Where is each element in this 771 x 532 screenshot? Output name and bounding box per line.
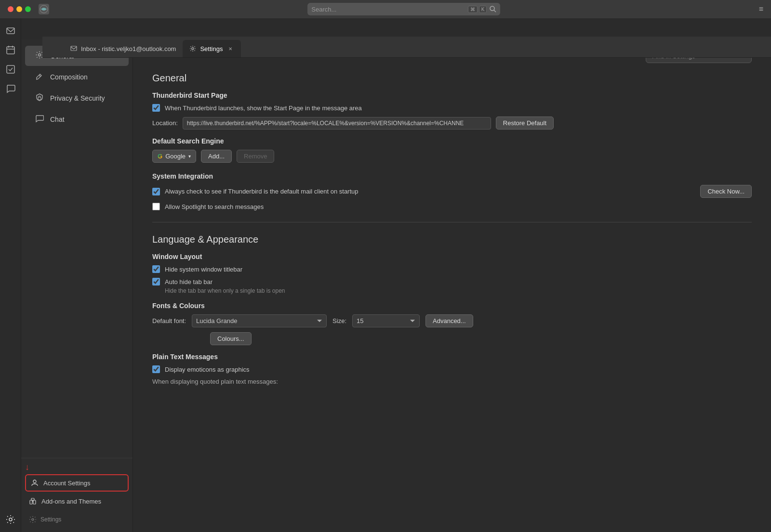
autohide-label: Auto hide tab bar <box>165 278 213 285</box>
search-engine-heading: Default Search Engine <box>152 137 752 145</box>
arrow-indicator: ↓ <box>25 462 29 472</box>
minimize-button[interactable] <box>16 6 22 12</box>
start-page-checkbox[interactable] <box>152 104 160 112</box>
content-area: General Composition Privacy & Security <box>21 39 771 532</box>
app-icon <box>39 4 49 14</box>
settings-main-content: General Thunderbird Start Page When Thun… <box>133 39 771 532</box>
account-settings-icon <box>31 479 39 487</box>
svg-rect-14 <box>38 97 41 100</box>
add-engine-button[interactable]: Add... <box>201 150 232 163</box>
default-client-checkbox[interactable] <box>152 188 160 195</box>
svg-rect-3 <box>7 28 14 34</box>
font-select[interactable]: Lucida Grande Helvetica Neue Arial <box>192 314 327 327</box>
emoticons-checkbox[interactable] <box>152 365 160 373</box>
general-section-title: General <box>152 73 752 84</box>
plain-text-section: Plain Text Messages Display emoticons as… <box>152 353 752 385</box>
when-displaying-label: When displaying quoted plain text messag… <box>152 378 752 385</box>
tab-settings-label: Settings <box>200 45 223 52</box>
svg-rect-8 <box>7 65 14 73</box>
search-engine-row: G Google ▾ Add... Remove <box>152 150 752 163</box>
kbd-k: K <box>479 6 487 13</box>
composition-icon <box>35 72 44 82</box>
language-section-title: Language & Appearance <box>152 234 752 245</box>
sidebar-bottom: ↓ Account Settings Add-ons and Themes <box>21 458 133 513</box>
sidebar-item-composition[interactable]: Composition <box>25 67 129 87</box>
rail-icon-chat[interactable] <box>2 80 19 97</box>
sidebar-item-chat[interactable]: Chat <box>25 109 129 130</box>
spotlight-checkbox[interactable] <box>152 203 160 210</box>
title-bar-right: ≡ <box>759 5 763 13</box>
rail-icon-calendar[interactable] <box>2 41 19 59</box>
bottom-settings-label: Settings <box>40 516 61 523</box>
svg-rect-10 <box>71 46 77 51</box>
start-page-section: Thunderbird Start Page When Thunderbird … <box>152 91 752 130</box>
colours-button[interactable]: Colours... <box>210 332 252 345</box>
svg-point-1 <box>490 6 494 11</box>
svg-point-15 <box>33 480 36 483</box>
google-engine-button[interactable]: G Google ▾ <box>152 150 196 163</box>
system-integration-section: System Integration Always check to see i… <box>152 172 752 210</box>
sidebar-item-privacy[interactable]: Privacy & Security <box>25 88 129 108</box>
titlebar-checkbox[interactable] <box>152 265 160 273</box>
sidebar-chat-label: Chat <box>50 116 65 123</box>
close-button[interactable] <box>8 6 13 12</box>
emoticons-checkbox-row: Display emoticons as graphics <box>152 365 752 373</box>
start-page-checkbox-row: When Thunderbird launches, show the Star… <box>152 104 752 112</box>
rail-icon-mail[interactable] <box>2 22 19 39</box>
tab-mail[interactable]: Inbox - ristic.veljko1@outlook.com <box>64 40 183 57</box>
window-layout-section: Window Layout Hide system window titleba… <box>152 253 752 294</box>
autohide-checkbox[interactable] <box>152 278 160 285</box>
hamburger-menu[interactable]: ≡ <box>759 5 763 13</box>
bottom-settings-icon <box>29 516 37 523</box>
default-client-label: Always check to see if Thunderbird is th… <box>165 188 359 195</box>
sidebar-item-account-settings[interactable]: Account Settings <box>25 474 129 492</box>
search-icon <box>490 6 496 13</box>
start-page-checkbox-label: When Thunderbird launches, show the Star… <box>165 104 362 112</box>
account-settings-label: Account Settings <box>43 480 91 487</box>
rail-icon-tasks[interactable] <box>2 61 19 78</box>
main-layout: Inbox - ristic.veljko1@outlook.com Setti… <box>0 18 771 532</box>
autohide-indent-label: Hide the tab bar when only a single tab … <box>165 287 752 294</box>
location-input[interactable] <box>183 117 491 130</box>
settings-sidebar: General Composition Privacy & Security <box>21 39 133 532</box>
titlebar-checkbox-row: Hide system window titlebar <box>152 265 752 273</box>
svg-line-2 <box>494 10 496 12</box>
titlebar-label: Hide system window titlebar <box>165 266 242 273</box>
size-label: Size: <box>332 317 346 324</box>
svg-point-12 <box>39 54 41 56</box>
check-now-button[interactable]: Check Now... <box>700 185 752 198</box>
global-search-bar[interactable]: ⌘ K <box>307 3 500 15</box>
mail-tab-icon <box>70 45 77 52</box>
svg-point-9 <box>9 518 12 521</box>
svg-rect-16 <box>30 500 32 504</box>
sidebar-privacy-label: Privacy & Security <box>50 94 105 102</box>
default-client-checkbox-row: Always check to see if Thunderbird is th… <box>152 188 359 195</box>
location-label: Location: <box>152 119 178 127</box>
svg-rect-18 <box>31 498 34 500</box>
svg-point-11 <box>192 48 194 50</box>
settings-gear-bottom: Settings <box>21 513 133 526</box>
window-layout-heading: Window Layout <box>152 253 752 260</box>
remove-engine-button: Remove <box>237 150 274 163</box>
title-bar: ⌘ K ≡ <box>0 0 771 18</box>
tab-settings[interactable]: Settings ✕ <box>183 40 241 57</box>
search-keyboard-shortcuts: ⌘ K <box>468 6 487 13</box>
start-page-heading: Thunderbird Start Page <box>152 91 752 99</box>
advanced-button[interactable]: Advanced... <box>425 314 473 327</box>
maximize-button[interactable] <box>25 6 31 12</box>
default-client-row: Always check to see if Thunderbird is th… <box>152 185 752 198</box>
svg-rect-17 <box>33 500 36 504</box>
sidebar-item-addons[interactable]: Add-ons and Themes <box>21 493 133 509</box>
google-logo: G <box>158 153 162 160</box>
global-search-input[interactable] <box>311 6 465 13</box>
plain-text-heading: Plain Text Messages <box>152 353 752 361</box>
addons-label: Add-ons and Themes <box>41 498 101 505</box>
restore-default-button[interactable]: Restore Default <box>496 117 554 130</box>
section-divider-1 <box>152 222 752 222</box>
tab-settings-close[interactable]: ✕ <box>226 45 234 52</box>
rail-icon-settings[interactable] <box>2 511 19 528</box>
size-select[interactable]: 15 12 14 16 <box>352 314 420 327</box>
privacy-icon <box>35 93 44 104</box>
chevron-down-icon: ▾ <box>188 154 191 159</box>
icon-rail <box>0 18 21 532</box>
